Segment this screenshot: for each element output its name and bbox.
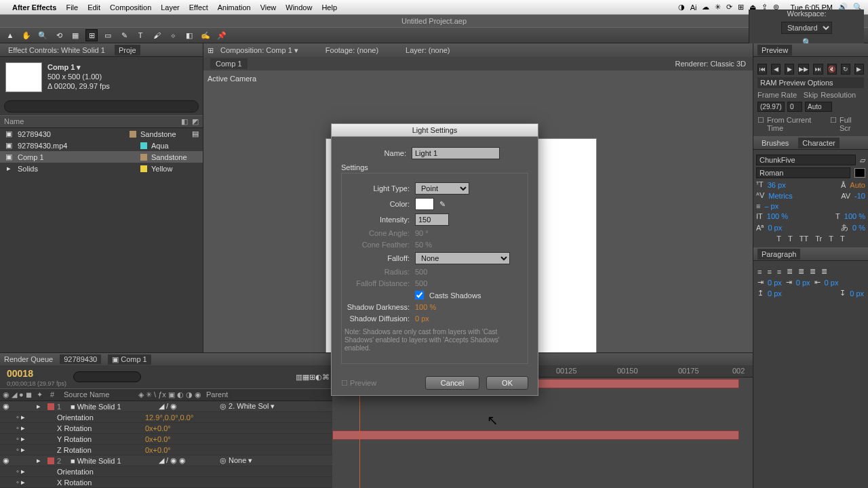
menu-view[interactable]: View: [260, 3, 277, 12]
tl-button-icon[interactable]: ⊞: [309, 373, 315, 382]
roto-tool-icon[interactable]: ✍: [199, 29, 212, 41]
font-size[interactable]: 36 px: [768, 181, 786, 189]
zoom-tool-icon[interactable]: 🔍: [37, 29, 49, 41]
full-screen-check[interactable]: ☐: [830, 116, 837, 132]
baseline[interactable]: 0 px: [768, 224, 782, 232]
justify-left-button[interactable]: ≣: [787, 267, 793, 276]
timeline-prop[interactable]: ◦ ▸Orientation12.9°,0.0°,0.0°: [0, 412, 332, 423]
brush-tool-icon[interactable]: 🖌: [151, 29, 163, 41]
tab-comp-timeline[interactable]: ▣ Comp 1: [108, 354, 151, 365]
eyedropper-icon[interactable]: ✎: [439, 200, 446, 209]
pan-behind-tool-icon[interactable]: ⊞: [85, 29, 98, 41]
tab-brushes[interactable]: Brushes: [757, 138, 793, 148]
mute-button[interactable]: 🔇: [827, 64, 837, 75]
tab-project[interactable]: Proje: [115, 45, 140, 56]
justify-right-button[interactable]: ≣: [810, 267, 816, 276]
timeline-prop[interactable]: ◦ ▸Y Rotation0x+0.0°: [0, 434, 332, 445]
col-name[interactable]: Name: [4, 117, 181, 126]
tab-composition[interactable]: Composition: Comp 1 ▾: [220, 46, 298, 55]
align-left-button[interactable]: ≡: [757, 268, 762, 276]
first-frame-button[interactable]: ⏮: [757, 64, 767, 75]
tray-icon[interactable]: ☁: [702, 3, 709, 12]
smallcaps-button[interactable]: Tr: [815, 235, 822, 243]
tray-icon[interactable]: ⊞: [738, 3, 744, 12]
cancel-button[interactable]: Cancel: [425, 376, 479, 390]
comp-thumbnail[interactable]: [5, 62, 42, 92]
clone-tool-icon[interactable]: ⟐: [167, 29, 179, 41]
timeline-search[interactable]: [73, 371, 141, 382]
puppet-tool-icon[interactable]: 📌: [216, 29, 228, 41]
project-search-input[interactable]: [4, 100, 199, 113]
rotate-tool-icon[interactable]: ⟲: [53, 29, 65, 41]
falloff-select[interactable]: None: [415, 252, 510, 264]
casts-shadows-checkbox[interactable]: [415, 291, 424, 300]
allcaps-button[interactable]: TT: [800, 235, 808, 243]
tab-effect-controls[interactable]: Effect Controls: White Solid 1: [4, 45, 109, 56]
justify-all-button[interactable]: ≣: [821, 267, 827, 276]
menu-file[interactable]: File: [66, 3, 78, 12]
light-type-select[interactable]: Point: [415, 182, 469, 195]
next-frame-button[interactable]: ▶▶: [798, 64, 809, 75]
flow-icon[interactable]: ⊞: [208, 46, 214, 55]
project-item[interactable]: ▣ 92789430 Sandstone ▤: [0, 128, 203, 140]
tray-icon[interactable]: ⟳: [726, 3, 732, 12]
timeline-current-time[interactable]: 00018: [3, 367, 66, 380]
play-button[interactable]: ▶: [785, 64, 794, 75]
ok-button[interactable]: OK: [486, 376, 528, 390]
subscript-button[interactable]: T: [840, 235, 845, 243]
tray-icon[interactable]: ✳: [715, 3, 721, 12]
justify-center-button[interactable]: ≣: [798, 267, 804, 276]
col-type-icon[interactable]: ◩: [192, 117, 199, 126]
hscale[interactable]: 100 %: [844, 212, 865, 220]
tab-render-queue[interactable]: Render Queue: [4, 355, 53, 363]
ram-preview-button[interactable]: ▶: [854, 64, 864, 75]
menu-layer[interactable]: Layer: [161, 3, 180, 12]
timeline-prop[interactable]: ◦ ▸Z Rotation0x+0.0°: [0, 445, 332, 455]
layer-bar[interactable]: [332, 430, 739, 440]
align-right-button[interactable]: ≡: [777, 268, 781, 276]
tracking[interactable]: -10: [854, 192, 865, 200]
skip-select[interactable]: 0: [787, 102, 802, 112]
loop-button[interactable]: ↻: [841, 64, 850, 75]
app-name[interactable]: After Effects: [12, 3, 56, 12]
tab-preview[interactable]: Preview: [757, 45, 792, 56]
parent-select[interactable]: ◎ None ▾: [220, 456, 252, 465]
menu-composition[interactable]: Composition: [110, 3, 151, 12]
stroke-width[interactable]: – px: [764, 202, 778, 210]
menu-help[interactable]: Help: [321, 3, 337, 12]
project-item[interactable]: ▸ Solids Yellow: [0, 163, 203, 174]
font-select[interactable]: ChunkFive: [756, 155, 856, 165]
bold-button[interactable]: T: [776, 235, 781, 243]
kerning[interactable]: Metrics: [768, 192, 792, 200]
renderer-value[interactable]: Classic 3D: [710, 60, 746, 68]
project-item[interactable]: ▣ 92789430.mp4 Aqua: [0, 140, 203, 151]
timeline-prop[interactable]: ◦ ▸X Rotation0x+0.0°: [0, 423, 332, 434]
menu-animation[interactable]: Animation: [218, 3, 251, 12]
tab-footage[interactable]: Footage: (none): [326, 46, 378, 54]
font-style-select[interactable]: Roman: [756, 167, 850, 178]
pen-tool-icon[interactable]: ✎: [118, 29, 130, 41]
vscale[interactable]: 100 %: [767, 212, 788, 220]
preview-checkbox-label[interactable]: ☐ Preview: [341, 379, 376, 388]
tab-character[interactable]: Character: [798, 138, 839, 148]
selection-tool-icon[interactable]: ▲: [4, 29, 16, 41]
ram-preview-label[interactable]: RAM Preview Options: [757, 77, 864, 88]
comp-subtab[interactable]: Comp 1: [210, 58, 248, 69]
col-label-icon[interactable]: ◧: [181, 117, 188, 126]
fill-swatch[interactable]: [854, 168, 865, 178]
tl-button-icon[interactable]: ▦: [302, 373, 309, 382]
tray-icon[interactable]: ◑: [678, 3, 685, 12]
tl-button-icon[interactable]: ▥: [296, 373, 302, 382]
type-tool-icon[interactable]: T: [134, 29, 146, 41]
timeline-prop[interactable]: ◦ ▸X Rotation: [0, 477, 332, 488]
from-current-check[interactable]: ☐: [757, 116, 764, 132]
timeline-layer[interactable]: ◉▸ 1 ■ White Solid 1 ◢ / ◉ ◎ 2. White So…: [0, 401, 332, 412]
menu-window[interactable]: Window: [285, 3, 312, 12]
tl-button-icon[interactable]: ⌘: [322, 373, 330, 382]
parent-select[interactable]: ◎ 2. White Sol ▾: [220, 402, 275, 411]
eyedropper-icon[interactable]: ▱: [860, 156, 865, 165]
leading[interactable]: Auto: [850, 181, 865, 189]
superscript-button[interactable]: T: [829, 235, 833, 243]
tsume[interactable]: 0 %: [852, 224, 865, 232]
align-center-button[interactable]: ≡: [767, 268, 771, 276]
